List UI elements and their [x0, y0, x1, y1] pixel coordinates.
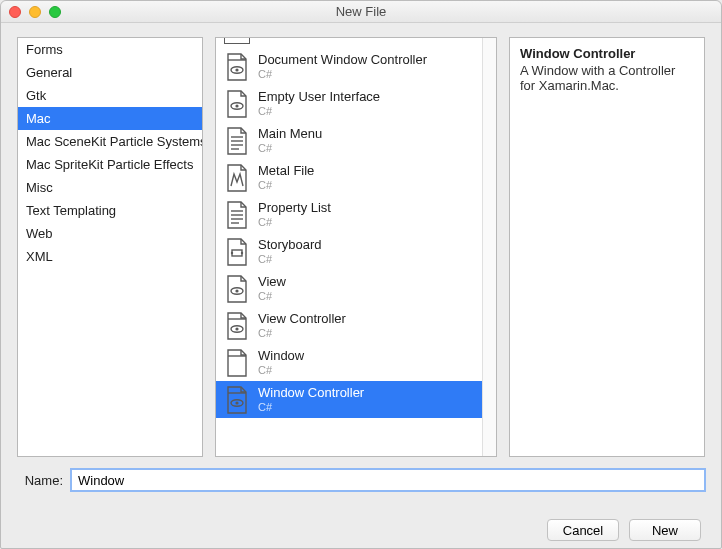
template-name: Main Menu — [258, 127, 322, 142]
name-row: Name: — [17, 469, 705, 491]
button-row: Cancel New — [17, 519, 705, 541]
window-title: New File — [1, 4, 721, 19]
name-input[interactable] — [71, 469, 705, 491]
new-file-dialog: New File FormsGeneralGtkMacMac SceneKit … — [0, 0, 722, 549]
template-item[interactable]: StoryboardC# — [216, 233, 484, 270]
template-language: C# — [258, 364, 304, 377]
window-eye-icon — [224, 386, 250, 414]
page-lines-icon — [224, 201, 250, 229]
template-name: Document Window Controller — [258, 53, 427, 68]
template-name: Window Controller — [258, 386, 364, 401]
template-list-panel: Document Window ControllerC#Empty User I… — [215, 37, 497, 457]
close-icon[interactable] — [9, 6, 21, 18]
template-item[interactable]: WindowC# — [216, 344, 484, 381]
template-language: C# — [258, 290, 286, 303]
template-item[interactable]: Window ControllerC# — [216, 381, 484, 418]
template-item[interactable]: Empty User InterfaceC# — [216, 85, 484, 122]
scrollbar[interactable] — [482, 38, 496, 456]
category-item[interactable]: Forms — [18, 38, 202, 61]
template-name: View Controller — [258, 312, 346, 327]
zoom-icon[interactable] — [49, 6, 61, 18]
page-lines-icon — [224, 127, 250, 155]
category-item[interactable]: Web — [18, 222, 202, 245]
page-story-icon — [224, 238, 250, 266]
template-name: View — [258, 275, 286, 290]
template-language: C# — [258, 253, 322, 266]
category-item[interactable]: Misc — [18, 176, 202, 199]
name-label: Name: — [17, 473, 65, 488]
template-language: C# — [258, 216, 331, 229]
template-language: C# — [258, 401, 364, 414]
category-item[interactable]: Mac SceneKit Particle Systems — [18, 130, 202, 153]
template-language: C# — [258, 68, 427, 81]
category-item[interactable]: Text Templating — [18, 199, 202, 222]
titlebar[interactable]: New File — [1, 1, 721, 23]
template-item[interactable]: View ControllerC# — [216, 307, 484, 344]
template-item[interactable]: Document Window ControllerC# — [216, 48, 484, 85]
page-eye-icon — [224, 275, 250, 303]
template-item-partial — [224, 38, 476, 46]
template-language: C# — [258, 142, 322, 155]
template-name: Window — [258, 349, 304, 364]
minimize-icon[interactable] — [29, 6, 41, 18]
template-item[interactable]: Main MenuC# — [216, 122, 484, 159]
template-name: Storyboard — [258, 238, 322, 253]
page-eye-icon — [224, 90, 250, 118]
dialog-body: FormsGeneralGtkMacMac SceneKit Particle … — [1, 23, 721, 548]
template-language: C# — [258, 179, 314, 192]
template-name: Property List — [258, 201, 331, 216]
category-item[interactable]: Mac SpriteKit Particle Effects — [18, 153, 202, 176]
template-name: Metal File — [258, 164, 314, 179]
detail-description: A Window with a Controller for Xamarin.M… — [520, 63, 694, 93]
template-item[interactable]: Metal FileC# — [216, 159, 484, 196]
template-language: C# — [258, 105, 380, 118]
category-item[interactable]: General — [18, 61, 202, 84]
template-list[interactable]: Document Window ControllerC#Empty User I… — [216, 38, 484, 456]
window-controls — [9, 6, 61, 18]
template-name: Empty User Interface — [258, 90, 380, 105]
new-button[interactable]: New — [629, 519, 701, 541]
page-metal-icon — [224, 164, 250, 192]
category-item[interactable]: XML — [18, 245, 202, 268]
page-blank-icon — [224, 349, 250, 377]
template-item[interactable]: ViewC# — [216, 270, 484, 307]
template-item[interactable]: Property ListC# — [216, 196, 484, 233]
detail-panel: Window Controller A Window with a Contro… — [509, 37, 705, 457]
category-list[interactable]: FormsGeneralGtkMacMac SceneKit Particle … — [17, 37, 203, 457]
window-eye-icon — [224, 53, 250, 81]
category-item[interactable]: Gtk — [18, 84, 202, 107]
window-eye-icon — [224, 312, 250, 340]
cancel-button[interactable]: Cancel — [547, 519, 619, 541]
detail-title: Window Controller — [520, 46, 694, 61]
template-language: C# — [258, 327, 346, 340]
category-item[interactable]: Mac — [18, 107, 202, 130]
